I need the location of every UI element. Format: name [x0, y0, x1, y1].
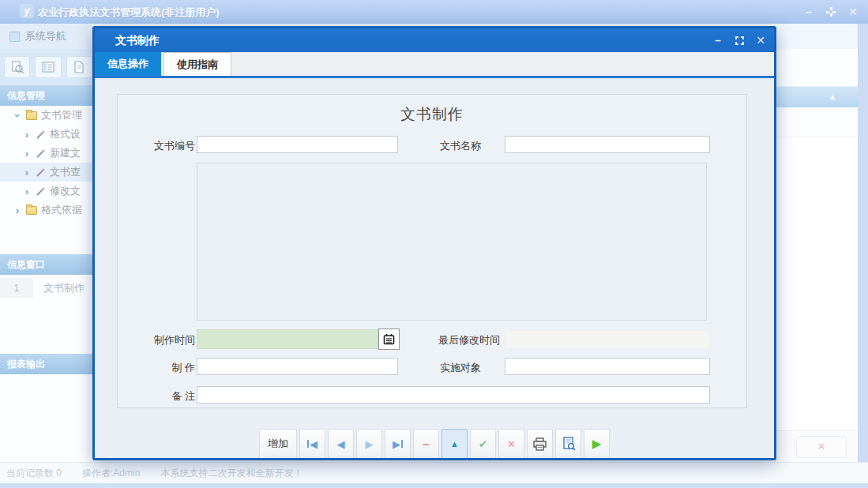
doc-number-input[interactable] [197, 136, 398, 153]
sidebar-section-report-output: 报表输出 [0, 354, 92, 374]
create-time-label: 制作时间 [145, 333, 195, 347]
list-panel-button[interactable] [35, 56, 61, 78]
magic-wand-icon [36, 148, 46, 159]
tab-user-guide[interactable]: 使用指南 [163, 52, 231, 76]
sidebar-section-info-management: 信息管理 [0, 85, 92, 106]
cancel-record-button[interactable]: ✕ [498, 429, 524, 459]
new-document-button[interactable] [66, 56, 92, 78]
restore-icon[interactable] [824, 5, 838, 19]
search-document-icon [10, 60, 24, 74]
tree-item-label: 格式设 [50, 127, 81, 141]
status-bar: 当前记录数 0 操作者:Admin 本系统支持二次开发和全新开发！ [0, 462, 868, 483]
info-window-list-item[interactable]: 1 文书制作 [0, 278, 92, 298]
folder-icon [26, 111, 37, 120]
search-document-button[interactable] [4, 56, 30, 78]
maker-input[interactable] [197, 358, 398, 375]
dialog-maximize-icon[interactable] [732, 33, 746, 47]
chevron-right-icon: › [13, 205, 22, 216]
tree-item-label: 文书查 [50, 165, 81, 179]
edit-record-button[interactable]: ▲ [442, 429, 468, 459]
list-item-label: 文书制作 [33, 281, 85, 295]
list-panel-icon [41, 60, 55, 74]
sidebar-fill [0, 374, 92, 462]
tree-item-label: 新建文 [50, 146, 81, 160]
tree-item-document-management[interactable]: › 文书管理 [0, 106, 92, 125]
chevron-right-icon: › [22, 167, 32, 178]
sidebar-tree: › 文书管理 › 格式设 › 新建文 › 文书查 › 修改文 › 格式依据 [0, 106, 92, 254]
close-icon[interactable]: ✕ [846, 5, 860, 19]
tree-item-label: 文书管理 [41, 108, 82, 122]
magic-wand-icon [36, 186, 46, 197]
window-right-border [858, 24, 868, 483]
delete-record-button[interactable]: − [413, 429, 439, 459]
target-label: 实施对象 [430, 361, 481, 375]
remark-input[interactable] [197, 386, 710, 404]
doc-name-input[interactable] [505, 136, 710, 153]
background-close-button[interactable]: ✕ [796, 436, 847, 458]
window-bottom-border [0, 483, 868, 488]
target-input[interactable] [505, 358, 710, 375]
create-time-input[interactable] [197, 329, 378, 349]
folder-icon [26, 206, 37, 215]
navigation-tab-icon [9, 32, 20, 42]
preview-button[interactable] [555, 429, 581, 459]
tree-item-label: 修改文 [50, 184, 81, 198]
last-modified-label: 最后修改时间 [418, 333, 500, 347]
dialog-minimize-icon[interactable]: – [711, 33, 725, 47]
tab-system-navigation[interactable]: 系统导航 [0, 24, 92, 49]
first-record-button[interactable]: ◀ [299, 429, 325, 459]
status-operator: 操作者:Admin [82, 467, 140, 480]
doc-name-label: 文书名称 [430, 139, 481, 153]
dialog-title: 文书制作 [115, 34, 160, 48]
document-form-panel: 文书制作 文书编号 文书名称 制作时间 最后修改时间 制 作 [117, 94, 747, 408]
post-record-button[interactable]: ✔ [470, 429, 496, 459]
form-heading: 文书制作 [118, 104, 746, 125]
add-record-button[interactable]: 增加 [259, 429, 297, 459]
tree-item-new-document[interactable]: › 新建文 [0, 144, 92, 163]
status-message: 本系统支持二次开发和全新开发！ [160, 467, 302, 480]
status-record-count: 当前记录数 0 [6, 467, 62, 480]
minimize-icon[interactable]: – [802, 5, 816, 19]
navigation-tab-label: 系统导航 [25, 29, 66, 43]
chevron-right-icon: › [22, 129, 32, 141]
chevron-right-icon: › [22, 148, 32, 160]
app-logo-icon: y [21, 5, 33, 17]
dialog-close-icon[interactable]: ✕ [753, 33, 768, 47]
maker-label: 制 作 [145, 361, 195, 375]
printer-icon [532, 437, 547, 451]
document-icon [72, 60, 86, 74]
record-toolbar: 增加 ◀ ◀ ▶ ▶ − ▲ ✔ ✕ [95, 428, 774, 460]
last-modified-field [505, 330, 710, 349]
magic-wand-icon [36, 130, 46, 140]
calendar-icon [383, 333, 395, 345]
next-record-button[interactable]: ▶ [356, 429, 382, 459]
tree-item-document-query[interactable]: › 文书查 [0, 163, 92, 182]
last-record-button[interactable]: ▶ [385, 429, 411, 459]
run-button[interactable]: ▶ [584, 429, 610, 459]
list-item-index: 1 [0, 278, 33, 298]
app-title: 农业行政执法文书管理系统(非注册用户) [38, 6, 220, 20]
doc-number-label: 文书编号 [145, 139, 195, 153]
calendar-button[interactable] [378, 328, 400, 350]
preview-icon [562, 437, 576, 451]
chevron-down-icon: › [12, 111, 24, 120]
chevron-right-icon: › [22, 186, 32, 197]
magic-wand-icon [36, 167, 46, 178]
tree-item-format-setting[interactable]: › 格式设 [0, 125, 92, 144]
app-titlebar: y 农业行政执法文书管理系统(非注册用户) – ✕ [0, 0, 868, 24]
tab-info-operation[interactable]: 信息操作 [95, 52, 161, 76]
collapse-panel-icon[interactable]: ▲ [829, 92, 836, 101]
prev-record-button[interactable]: ◀ [328, 429, 354, 459]
dialog-content: 文书制作 文书编号 文书名称 制作时间 最后修改时间 制 作 [95, 78, 774, 458]
tree-item-modify-document[interactable]: › 修改文 [0, 182, 92, 201]
tree-item-format-basis[interactable]: › 格式依据 [0, 201, 92, 220]
dialog-tabbar: 信息操作 使用指南 [95, 52, 774, 78]
tree-item-label: 格式依据 [41, 203, 82, 217]
print-button[interactable] [527, 429, 553, 459]
dialog-titlebar[interactable]: 文书制作 – ✕ [95, 28, 774, 52]
document-creation-dialog: 文书制作 – ✕ 信息操作 使用指南 文书制作 文书编号 文书名称 制作时间 [92, 26, 776, 460]
document-body-textarea[interactable] [197, 163, 707, 321]
remark-label: 备 注 [145, 389, 195, 404]
sidebar-section-info-window: 信息窗口 [0, 254, 92, 275]
sidebar-toolbar [0, 49, 92, 85]
